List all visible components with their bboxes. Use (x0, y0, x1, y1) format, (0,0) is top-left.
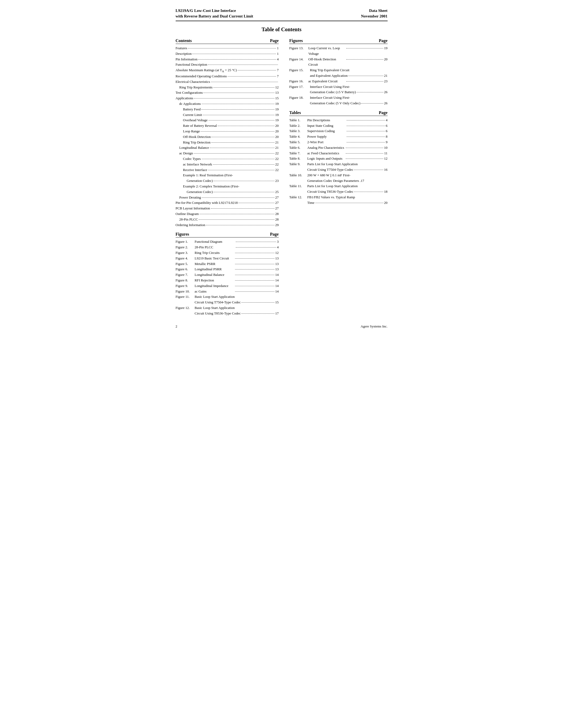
toc-row: Ring Trip Requirements 12 (176, 85, 279, 90)
figures-right-section-header: Figures Page (289, 38, 388, 44)
toc-row: Electrical Characteristics (176, 79, 279, 85)
table-row: Table 8. Logic Inputs and Outputs 12 (289, 156, 388, 161)
toc-row: Pin Information 4 (176, 57, 279, 62)
table-row: Table 12. FB1/FB2 Values vs. Typical Ram… (289, 195, 388, 206)
tables-title: Tables (289, 110, 301, 115)
toc-entries: Features 1 Description 1 Pin Information… (176, 46, 279, 228)
page-title: Table of Contents (176, 26, 388, 33)
document-header: L9219A/G Low-Cost Line Interface with Re… (176, 8, 388, 21)
footer-company: Agere Systems Inc. (361, 324, 387, 329)
toc-row: Example 2: Complex Termination (First- (176, 184, 279, 189)
toc-row: Rate of Battery Reversal 20 (176, 123, 279, 129)
figure-row: Figure 11. Basic Loop Start Application … (176, 294, 279, 305)
figure-row: Figure 8. RFI Rejection 14 (176, 278, 279, 283)
table-row: Table 7. ac Feed Characteristics 11 (289, 151, 388, 156)
table-row: Table 9. Parts List for Loop Start Appli… (289, 161, 388, 173)
figures-right-page-label: Page (379, 38, 388, 43)
contents-title: Contents (176, 38, 192, 43)
toc-row: Overhead Voltage 19 (176, 118, 279, 123)
toc-row: Ordering Information 29 (176, 222, 279, 228)
figure-row: Figure 3. Ring Trip Circuits 12 (176, 250, 279, 256)
figure-row: Figure 16. ac Equivalent Circuit 23 (289, 79, 388, 84)
toc-row: Example 1: Real Termination (First- (176, 173, 279, 178)
toc-row: Battery Feed 19 (176, 107, 279, 112)
toc-row: Functional Description (176, 62, 279, 68)
toc-row: Applications 15 (176, 96, 279, 101)
toc-row: Power Derating 27 (176, 195, 279, 200)
figure-row: Figure 6. Longitudinal PSRR 13 (176, 267, 279, 272)
toc-row: Ring Trip Detection 21 (176, 140, 279, 145)
right-column: Figures Page Figure 13. Loop Current vs.… (289, 38, 388, 206)
figures-left-entries: Figure 1. Functional Diagram 3 Figure 2.… (176, 239, 279, 316)
toc-row: ac Design 22 (176, 151, 279, 156)
table-row: Table 5. 2-Wire Port 9 (289, 140, 388, 145)
toc-row: Absolute Maximum Ratings (at TA = 25 °C)… (176, 68, 279, 74)
header-left: L9219A/G Low-Cost Line Interface with Re… (176, 8, 253, 19)
figure-row: Figure 18. Interface Circuit Using First… (289, 95, 388, 106)
figures-left-page-label: Page (270, 232, 279, 237)
figure-row: Figure 4. L9219 Basic Test Circuit 13 (176, 256, 279, 261)
table-row: Table 6. Analog Pin Characteristics 10 (289, 145, 388, 151)
figure-row: Figure 7. Longitudinal Balance 14 (176, 272, 279, 278)
toc-row: Codec Types 22 (176, 156, 279, 162)
toc-row: Features 1 (176, 46, 279, 51)
table-row: Table 3. Supervision Coding 6 (289, 128, 388, 134)
toc-row: Generation Codec) 23 (176, 178, 279, 184)
toc-row: Longitudinal Balance 21 (176, 145, 279, 151)
toc-row: ac Interface Network 22 (176, 162, 279, 167)
toc-row: Current Limit 19 (176, 112, 279, 118)
document-footer: 2 Agere Systems Inc. (176, 324, 388, 329)
toc-row: Pin-for-Pin Compatibility with L9217/L92… (176, 200, 279, 206)
figure-row: Figure 2. 28-Pin PLCC 4 (176, 245, 279, 250)
figures-right-title: Figures (289, 38, 303, 43)
figure-row: Figure 12. Basic Loop Start Application … (176, 305, 279, 316)
table-row: Table 11. Parts List for Loop Start Appl… (289, 183, 388, 195)
toc-layout: Contents Page Features 1 Description 1 P… (176, 38, 388, 316)
figure-row: Figure 15. Ring Trip Equivalent Circuit … (289, 68, 388, 79)
figure-row: Figure 9. Longitudinal Impedance 14 (176, 283, 279, 289)
toc-row: Generation Codec) 25 (176, 189, 279, 195)
toc-row: PCB Layout Information 27 (176, 206, 279, 211)
figure-row: Figure 1. Functional Diagram 3 (176, 239, 279, 245)
figures-right-entries: Figure 13. Loop Current vs. Loop Voltage… (289, 46, 388, 106)
figure-row: Figure 5. Metallic PSRR 13 (176, 261, 279, 267)
table-row: Table 4. Power Supply 8 (289, 134, 388, 140)
header-date: November 2001 (361, 14, 387, 19)
contents-section-header: Contents Page (176, 38, 279, 44)
header-right: Data Sheet November 2001 (361, 8, 387, 19)
toc-row: Receive Interface 22 (176, 167, 279, 173)
tables-section-header: Tables Page (289, 110, 388, 116)
left-column: Contents Page Features 1 Description 1 P… (176, 38, 279, 316)
table-row: Table 1. Pin Descriptions 4 (289, 118, 388, 123)
toc-row: 28-Pin PLCC 28 (176, 217, 279, 222)
figures-left-title: Figures (176, 232, 189, 237)
tables-page-label: Page (379, 110, 388, 115)
header-title-line2: with Reverse Battery and Dual Current Li… (176, 14, 253, 19)
figure-row: Figure 10. ac Gains 14 (176, 289, 279, 294)
header-doc-type: Data Sheet (361, 8, 387, 14)
toc-row: Off-Hook Detection 20 (176, 134, 279, 140)
figure-row: Figure 13. Loop Current vs. Loop Voltage… (289, 46, 388, 57)
contents-page-label: Page (270, 38, 279, 43)
footer-page-number: 2 (176, 324, 177, 329)
tables-entries: Table 1. Pin Descriptions 4 Table 2. Inp… (289, 118, 388, 206)
toc-row: Recommended Operating Conditions 7 (176, 74, 279, 79)
table-row: Table 10. 200 W + 680 W || 0.1 mF First-… (289, 173, 388, 184)
toc-row: Outline Diagram 28 (176, 211, 279, 217)
toc-row: Description 1 (176, 51, 279, 57)
figure-row: Figure 17. Interface Circuit Using First… (289, 84, 388, 95)
header-title-line1: L9219A/G Low-Cost Line Interface (176, 8, 253, 14)
toc-row: Loop Range 20 (176, 129, 279, 134)
figures-left-section-header: Figures Page (176, 232, 279, 237)
toc-row: Test Configurations 13 (176, 90, 279, 96)
toc-row: dc Applications 19 (176, 101, 279, 107)
table-row: Table 2. Input State Coding 6 (289, 123, 388, 129)
figure-row: Figure 14. Off-Hook Detection Circuit 20 (289, 57, 388, 68)
